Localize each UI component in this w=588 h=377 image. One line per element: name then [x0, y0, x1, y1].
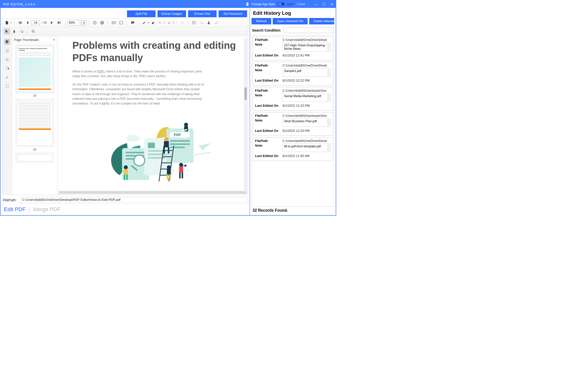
filepath-value[interactable]: C:\Users\kidd0\OneDrive\Desktop\PDF Edit… — [20, 197, 247, 203]
maximize-button[interactable]: ☐ — [323, 2, 326, 6]
svg-text:T: T — [193, 21, 195, 24]
svg-rect-4 — [102, 22, 102, 23]
prev-page-button[interactable] — [24, 19, 31, 26]
tab-separator: | — [29, 206, 30, 213]
bookmarks-tab[interactable] — [4, 48, 10, 54]
history-item[interactable]: FilePathC:\Users\kidd0\OneDrive\DesktNot… — [253, 36, 333, 60]
thumbnail-header-label: Page Thumbnails — [14, 38, 39, 42]
page-total-label: / 36 — [42, 21, 47, 24]
svg-rect-1 — [94, 22, 95, 23]
attachments-tab[interactable] — [4, 65, 10, 72]
svg-text:T: T — [159, 21, 161, 24]
comment-button[interactable] — [129, 19, 136, 26]
refresh-button[interactable]: Refresh — [252, 18, 271, 24]
theme-name: Cobalt — [297, 2, 305, 6]
change-style-label[interactable]: Change App Style — [251, 2, 275, 6]
file-menu-button[interactable] — [4, 19, 10, 26]
history-title: Edit History Log — [252, 9, 334, 18]
erase-button[interactable] — [150, 19, 156, 26]
close-thumbnails-button[interactable]: ✕ — [52, 38, 55, 42]
chevron-down-icon[interactable]: ▾ — [164, 21, 165, 24]
hand-tool[interactable] — [11, 28, 17, 34]
svg-text:Aa: Aa — [200, 21, 203, 25]
svg-point-57 — [179, 163, 183, 167]
pointer-tool[interactable] — [4, 28, 10, 34]
fit-width-button[interactable] — [111, 19, 117, 26]
page-number-input[interactable] — [32, 20, 40, 25]
svg-rect-15 — [20, 30, 22, 32]
fill-button[interactable] — [179, 19, 186, 26]
svg-rect-62 — [167, 169, 171, 174]
extract-images-button[interactable]: Extract Images — [158, 10, 186, 17]
close-button[interactable]: ✕ — [331, 2, 333, 6]
document-heading: Problems with creating and editing PDFs … — [72, 39, 240, 64]
thumbnail[interactable] — [16, 99, 54, 147]
font-button[interactable]: Aa — [198, 19, 205, 26]
page-tab[interactable] — [4, 83, 10, 89]
svg-rect-64 — [169, 174, 171, 180]
stamp-button[interactable] — [206, 19, 212, 26]
fit-page-button[interactable] — [118, 19, 124, 26]
thumbnail[interactable]: Problems with creating and editing PDFs … — [16, 45, 54, 93]
minimize-button[interactable]: — — [315, 2, 318, 6]
signature-button[interactable] — [213, 19, 219, 26]
set-password-button[interactable]: Set Password — [219, 10, 247, 17]
svg-rect-37 — [170, 147, 185, 148]
text-annotation-button[interactable]: T — [157, 19, 164, 26]
style-toggle[interactable] — [277, 2, 285, 6]
light-label: Light — [287, 2, 293, 6]
document-paragraph: When it comes to PDFs, there's a lot to … — [72, 69, 205, 79]
history-list[interactable]: FilePathC:\Users\kidd0\OneDrive\DesktNot… — [252, 35, 334, 207]
svg-rect-63 — [167, 174, 168, 180]
zoom-dropdown-button[interactable]: ▾ — [81, 20, 86, 25]
chevron-down-icon: ⌄ — [306, 3, 308, 6]
zoom-out-button[interactable] — [92, 19, 98, 26]
search-button[interactable] — [30, 28, 36, 34]
svg-rect-22 — [6, 85, 8, 88]
app-title: PDF EDITOR_1.0.6.0 — [3, 2, 245, 6]
thumbnail-list[interactable]: Problems with creating and editing PDFs … — [12, 43, 57, 195]
highlight-button[interactable] — [141, 19, 147, 26]
delete-selected-button[interactable]: Delete Selected — [309, 18, 334, 24]
chevron-down-icon[interactable]: ▾ — [148, 21, 149, 24]
thumbnail-panel: Page Thumbnails ✕ Problems with creating… — [12, 37, 58, 195]
side-strip — [2, 37, 12, 195]
theme-dropdown[interactable]: Cobalt ⌄ — [295, 2, 310, 6]
marquee-zoom-tool[interactable] — [18, 28, 25, 34]
chevron-down-icon[interactable]: ▾ — [173, 21, 174, 24]
zoom-in-button[interactable] — [99, 19, 105, 26]
chevron-down-icon[interactable]: ▾ — [10, 21, 12, 24]
open-selected-button[interactable]: Open Selected File — [273, 18, 308, 24]
svg-point-14 — [208, 21, 209, 22]
split-file-button[interactable]: Split File — [127, 10, 156, 17]
next-page-button[interactable] — [49, 19, 55, 26]
document-paragraph: On the PDF creator's side, it can be tri… — [72, 82, 205, 106]
svg-rect-49 — [163, 147, 165, 154]
history-item[interactable]: FilePathC:\Users\kidd0\OneDrive\DesktNot… — [253, 62, 333, 86]
tab-edit-pdf[interactable]: Edit PDF — [4, 206, 26, 213]
last-page-button[interactable] — [56, 19, 63, 26]
search-condition-input[interactable] — [284, 27, 334, 33]
vertical-scrollbar[interactable] — [244, 38, 247, 193]
tab-merge-pdf[interactable]: Merge PDF — [33, 206, 61, 213]
thumbnail[interactable] — [16, 153, 54, 163]
zoom-dropdown[interactable]: 50% — [68, 20, 80, 25]
bottom-tabs: Edit PDF | Merge PDF — [0, 205, 250, 215]
first-page-button[interactable] — [17, 19, 23, 26]
extract-text-button[interactable]: Extract Text — [188, 10, 217, 17]
document-viewport[interactable]: Problems with creating and editing PDFs … — [58, 37, 248, 195]
history-item[interactable]: FilePathC:\Users\kidd0\Downloads\ShoNote… — [253, 112, 333, 136]
svg-rect-56 — [126, 174, 128, 180]
viewer-area: Page Thumbnails ✕ Problems with creating… — [2, 36, 248, 195]
text-box-button[interactable]: T — [191, 19, 197, 26]
thumbnails-tab[interactable] — [4, 39, 10, 45]
draw-button[interactable] — [166, 19, 173, 26]
horizontal-scrollbar[interactable] — [58, 191, 247, 194]
layers-tab[interactable] — [4, 56, 10, 63]
left-pane: Split File Extract Images Extract Text S… — [0, 8, 250, 215]
style-area: Change App Style Light Cobalt ⌄ — ☐ ✕ — [245, 2, 333, 6]
history-item[interactable]: FilePathC:\Users\kidd0\OneDrive\DesktNot… — [253, 137, 333, 161]
history-item[interactable]: FilePathC:\Users\kidd0\Downloads\SocNote… — [253, 87, 333, 111]
svg-rect-12 — [207, 23, 210, 24]
sign-tab[interactable] — [4, 74, 10, 81]
